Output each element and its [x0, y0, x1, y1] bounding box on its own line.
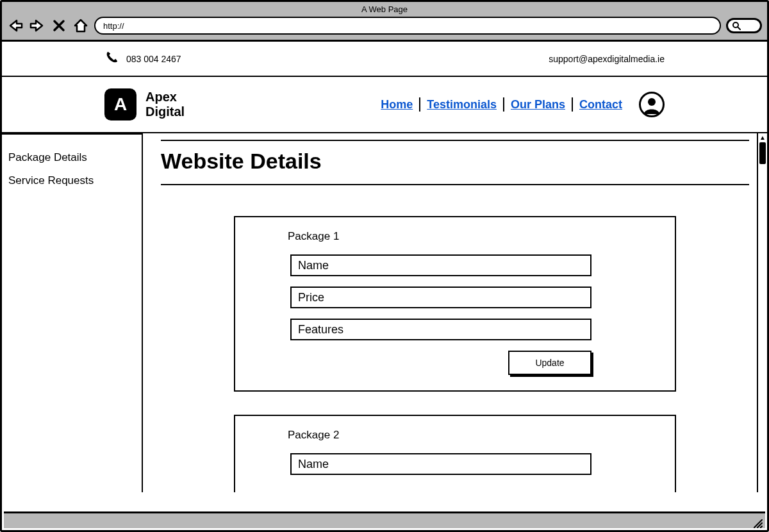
page-title: Website Details — [161, 141, 749, 184]
package-title: Package 2 — [288, 429, 649, 442]
nav-link-contact[interactable]: Contact — [579, 98, 622, 112]
brand-name: Apex Digital — [145, 90, 185, 119]
browser-toolbar: http:// — [7, 17, 762, 35]
body: Package Details Service Requests Website… — [2, 133, 767, 492]
browser-window: A Web Page http:// — [0, 0, 769, 532]
main-nav: Home Testimonials Our Plans Contact — [381, 92, 665, 117]
package-card: Package 1 Name Price Features Update — [234, 216, 676, 392]
sidebar-item-label: Package Details — [8, 151, 87, 163]
contact-strip: 083 004 2467 support@apexdigitalmedia.ie — [2, 42, 767, 77]
search-icon — [732, 21, 741, 30]
resize-grip-icon[interactable] — [752, 518, 763, 528]
contact-phone: 083 004 2467 — [104, 51, 181, 67]
status-bar — [4, 511, 765, 528]
phone-number: 083 004 2467 — [126, 54, 181, 64]
input-placeholder: Price — [298, 291, 324, 304]
scrollbar[interactable]: ▲ — [757, 133, 767, 492]
site-header: A Apex Digital Home Testimonials Our Pla… — [2, 77, 767, 133]
sidebar-item-label: Service Requests — [8, 174, 94, 187]
account-avatar-icon[interactable] — [639, 92, 665, 117]
phone-icon — [104, 51, 119, 67]
button-row: Update — [290, 351, 591, 375]
nav-separator — [503, 97, 504, 112]
contact-email: support@apexdigitalmedia.ie — [549, 54, 665, 64]
package-card: Package 2 Name — [234, 415, 676, 492]
name-input[interactable]: Name — [290, 453, 591, 475]
stop-icon[interactable] — [51, 17, 67, 34]
sidebar-item-service-requests[interactable]: Service Requests — [8, 169, 135, 192]
brand: A Apex Digital — [104, 88, 185, 121]
sidebar-item-package-details[interactable]: Package Details — [8, 146, 135, 169]
input-placeholder: Features — [298, 323, 343, 337]
url-value: http:// — [103, 21, 124, 31]
logo-icon: A — [104, 88, 136, 121]
nav-separator — [572, 97, 573, 112]
input-placeholder: Name — [298, 458, 329, 471]
price-input[interactable]: Price — [290, 287, 591, 308]
nav-link-home[interactable]: Home — [381, 98, 413, 112]
home-icon[interactable] — [72, 17, 89, 34]
sidebar: Package Details Service Requests — [2, 133, 143, 492]
url-input[interactable]: http:// — [94, 17, 721, 35]
features-input[interactable]: Features — [290, 319, 591, 340]
name-input[interactable]: Name — [290, 254, 591, 276]
browser-chrome: A Web Page http:// — [2, 2, 767, 42]
update-button[interactable]: Update — [508, 351, 591, 375]
main-content: Website Details Package 1 Name Price Fea… — [143, 133, 767, 492]
nav-link-our-plans[interactable]: Our Plans — [511, 98, 565, 112]
back-icon[interactable] — [7, 17, 24, 34]
button-label: Update — [535, 358, 564, 368]
nav-link-testimonials[interactable]: Testimonials — [427, 98, 497, 112]
divider — [161, 184, 749, 185]
scroll-thumb[interactable] — [759, 142, 766, 164]
package-title: Package 1 — [288, 230, 649, 243]
scroll-up-icon[interactable]: ▲ — [758, 133, 767, 142]
nav-separator — [419, 97, 420, 112]
browser-title: A Web Page — [7, 4, 762, 17]
search-button[interactable] — [726, 18, 762, 33]
svg-point-1 — [648, 98, 656, 106]
forward-icon[interactable] — [29, 17, 45, 34]
input-placeholder: Name — [298, 259, 329, 272]
